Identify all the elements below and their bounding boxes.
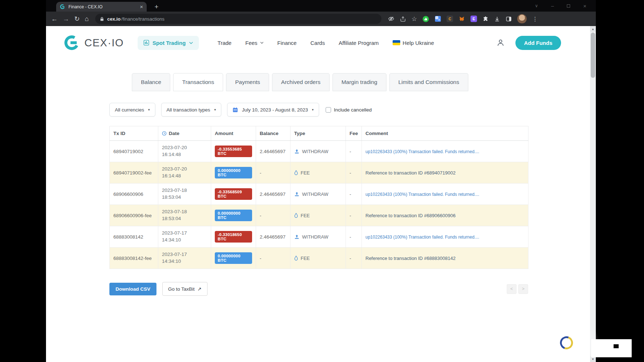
withdraw-icon (294, 191, 300, 197)
new-tab-button[interactable]: + (152, 2, 161, 12)
go-to-taxbit-button[interactable]: Go to TaxBit ↗ (162, 282, 208, 296)
main-content: Balance Transactions Payments Archived o… (109, 73, 528, 296)
amount-cell: 0.00000000 BTC (211, 205, 256, 226)
account-person-icon[interactable] (497, 39, 505, 47)
tab-balance[interactable]: Balance (132, 73, 170, 91)
window-controls: ∨ – × (535, 0, 586, 12)
nav-fees[interactable]: Fees (245, 40, 263, 46)
comment-cell-text[interactable]: up102263433 (100%) Transaction failed. F… (365, 192, 479, 197)
caret-down-icon: ▾ (148, 108, 150, 111)
cex-logo[interactable]: CEX·IO (63, 34, 124, 51)
close-window-icon[interactable]: × (583, 3, 586, 9)
tab-payments[interactable]: Payments (226, 73, 269, 91)
balance-cell: - (256, 205, 290, 226)
caret-down-icon: ▾ (214, 108, 216, 111)
cex-logo-icon (63, 34, 80, 51)
tab-archived-orders[interactable]: Archived orders (272, 73, 330, 91)
browser-tab[interactable]: Finance - CEX.IO × (56, 2, 147, 12)
browser-menu-icon[interactable]: ⋮ (532, 16, 538, 22)
col-date[interactable]: Date (158, 126, 211, 141)
transaction-row: 68906600906-fee 2023-07-18 18:53:04 0.00… (110, 205, 528, 226)
bookmark-star-icon[interactable]: ☆ (411, 15, 417, 23)
balance-cell: - (256, 248, 290, 269)
transaction-row: 68883008142 2023-07-17 14:34:10 -0.33018… (110, 226, 528, 248)
fee-cell: - (346, 226, 362, 248)
type-label: FEE (301, 170, 310, 176)
svg-text:A: A (438, 18, 440, 21)
minimize-icon[interactable]: – (551, 3, 554, 9)
scroll-up-icon[interactable]: ▲ (590, 26, 596, 32)
browser-window: Finance - CEX.IO × + ∨ – × ← → ↻ ⌂ cex.i… (46, 0, 596, 362)
fee-droplet-icon (294, 170, 298, 175)
type-cell: FEE (290, 205, 346, 226)
tab-transactions[interactable]: Transactions (173, 73, 223, 91)
caret-down-icon: ▾ (312, 108, 314, 111)
nav-finance[interactable]: Finance (277, 40, 297, 46)
transaction-row: 68906600906 2023-07-18 18:53:04 -0.33568… (110, 184, 528, 205)
page-scrollbar[interactable]: ▲ ▼ (590, 26, 596, 362)
reload-icon[interactable]: ↻ (74, 16, 80, 22)
include-cancelled-checkbox[interactable] (326, 107, 331, 113)
url-path: /finance/transactions (121, 16, 164, 22)
scrollbar-thumb[interactable] (591, 33, 595, 78)
nav-help-ukraine[interactable]: Help Ukraine (393, 40, 434, 46)
ukraine-flag-icon (393, 40, 400, 45)
fee-cell: - (346, 205, 362, 226)
add-funds-button[interactable]: Add Funds (515, 36, 561, 50)
currency-filter[interactable]: All currencies ▾ (109, 103, 155, 117)
txid-cell: 68940719002 (110, 141, 158, 162)
type-cell: WITHDRAW (290, 226, 346, 248)
comment-cell-text: Reference to transaction ID #68906600906 (365, 213, 456, 218)
url-bar[interactable]: cex.io /finance/transactions (95, 14, 381, 24)
password-hidden-eye-icon[interactable] (388, 16, 394, 22)
amount-badge: 0.00000000 BTC (215, 167, 252, 178)
fee-cell: - (346, 184, 362, 205)
date-range-filter[interactable]: July 10, 2023 - August 8, 2023 ▾ (227, 103, 319, 117)
back-icon[interactable]: ← (51, 16, 58, 22)
download-csv-button[interactable]: Download CSV (109, 283, 156, 295)
nav-trade[interactable]: Trade (218, 40, 232, 46)
balance-cell: - (256, 162, 290, 184)
txid-cell: 68883008142-fee (110, 248, 158, 269)
downloads-icon[interactable] (494, 16, 500, 22)
nav-affiliate-program[interactable]: Affiliate Program (339, 40, 379, 46)
overlay-white-box (591, 339, 632, 357)
cex-logo-text: CEX·IO (84, 37, 124, 49)
comment-cell: up102263433 (100%) Transaction failed. F… (362, 226, 528, 248)
tab-close-icon[interactable]: × (140, 4, 143, 9)
pagination: < > (507, 284, 528, 294)
nav-cards[interactable]: Cards (310, 40, 325, 46)
profile-avatar[interactable] (517, 14, 527, 24)
maximize-icon[interactable] (567, 4, 570, 8)
tab-limits-commissions[interactable]: Limits and Commissions (389, 73, 468, 91)
extensions-puzzle-icon[interactable] (482, 16, 489, 22)
amount-cell: -0.33018650 BTC (211, 226, 256, 248)
ext-metamask-icon[interactable] (459, 16, 465, 22)
comment-cell-text[interactable]: up102263433 (100%) Transaction failed. F… (365, 235, 479, 240)
tab-search-icon[interactable]: ∨ (535, 3, 538, 8)
tab-margin-trading[interactable]: Margin trading (333, 73, 386, 91)
prev-page-button[interactable]: < (507, 284, 517, 294)
fee-cell: - (346, 141, 362, 162)
ext-c-icon[interactable]: C (447, 16, 453, 22)
ext-thumbsup-icon[interactable] (422, 16, 429, 22)
overlay-black-square (614, 344, 619, 348)
amount-badge: -0.33568509 BTC (215, 188, 252, 200)
forward-icon[interactable]: → (63, 16, 69, 22)
comment-cell-text[interactable]: up102263433 (100%) Transaction failed. F… (365, 149, 479, 154)
transaction-type-filter[interactable]: All transaction types ▾ (161, 103, 221, 117)
col-type: Type (290, 126, 346, 141)
table-header-row: Tx ID Date Amount Balance Type (110, 126, 528, 141)
transactions-tbody: 68940719002 2023-07-20 16:14:48 -0.33553… (110, 141, 528, 269)
ext-translate-icon[interactable]: GA (435, 16, 441, 22)
amount-cell: 0.00000000 BTC (211, 162, 256, 184)
market-selector[interactable]: Spot Trading (138, 36, 199, 50)
side-panel-icon[interactable] (506, 16, 512, 22)
col-comment: Comment (362, 126, 528, 141)
ext-e-icon[interactable]: E (471, 16, 477, 22)
home-icon[interactable]: ⌂ (85, 16, 89, 22)
next-page-button[interactable]: > (518, 284, 528, 294)
date-cell: 2023-07-20 16:14:48 (158, 162, 211, 184)
share-icon[interactable] (400, 16, 406, 22)
comment-cell-text: Reference to transaction ID #68940719002 (365, 170, 456, 176)
